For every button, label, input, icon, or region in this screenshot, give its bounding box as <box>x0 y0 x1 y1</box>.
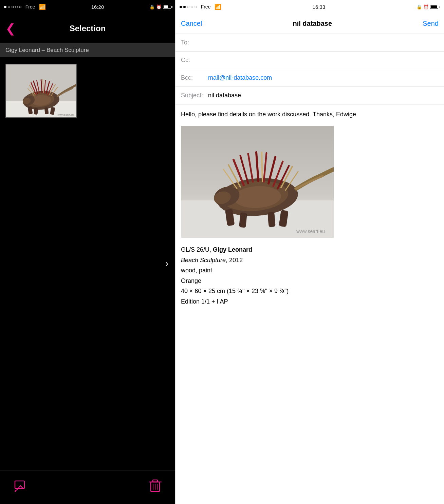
svg-line-24 <box>17 486 20 490</box>
right-status-left: Free 📶 <box>180 4 221 10</box>
artwork-title-year: Beach Sculpture, 2012 <box>181 255 439 266</box>
subject-field[interactable]: Subject: nil database <box>175 87 444 104</box>
signal-dot-2 <box>8 6 10 8</box>
bcc-field[interactable]: Bcc: mail@nil-database.com <box>175 69 444 87</box>
r-signal-dot-5 <box>195 6 197 8</box>
email-body[interactable]: Hello, please find details on the work d… <box>175 104 444 504</box>
battery-fill <box>164 5 168 8</box>
left-time: 16:20 <box>91 4 104 10</box>
svg-rect-40 <box>267 212 276 227</box>
right-time: 16:33 <box>313 4 326 10</box>
artwork-title: Beach Sculpture <box>181 257 226 264</box>
email-sculpture-svg: www.seart.eu <box>181 126 334 238</box>
artwork-subtitle: Gigy Leonard – Beach Sculpture <box>5 47 89 53</box>
cancel-button[interactable]: Cancel <box>181 20 202 27</box>
to-field[interactable]: To: <box>175 34 444 52</box>
svg-line-51 <box>262 152 262 181</box>
r-lock-icon: 🔒 <box>417 4 422 9</box>
bcc-label: Bcc: <box>181 74 208 81</box>
subtitle-bar: Gigy Leonard – Beach Sculpture <box>0 43 175 57</box>
bcc-value[interactable]: mail@nil-database.com <box>208 74 439 81</box>
svg-rect-23 <box>15 481 24 488</box>
delete-button[interactable] <box>149 479 162 496</box>
left-status-left: Free 📶 <box>4 4 46 10</box>
svg-rect-7 <box>44 107 49 114</box>
signal-dot-4 <box>15 6 18 8</box>
battery-icon <box>163 5 171 9</box>
svg-rect-39 <box>239 212 247 228</box>
artwork-dimensions: 40 × 60 × 25 cm (15 ¾" × 23 ⅝" × 9 ⅞") <box>181 286 439 296</box>
r-signal-dot-1 <box>180 6 182 8</box>
sculpture-watermark-left: www.seart.eu <box>57 113 74 116</box>
back-chevron-icon: ❮ <box>5 22 16 35</box>
next-button[interactable]: › <box>165 258 168 269</box>
r-signal-dot-3 <box>187 6 189 8</box>
alarm-icon: ⏰ <box>156 4 162 9</box>
left-status-bar: Free 📶 16:20 🔒 ⏰ <box>0 0 175 14</box>
right-status-right: 🔒 ⏰ <box>417 4 440 9</box>
send-button[interactable]: Send <box>423 20 439 27</box>
back-button[interactable]: ❮ <box>5 22 16 35</box>
artwork-code: GL/S 26/U, <box>181 246 211 253</box>
email-nav-title: nil database <box>293 20 332 27</box>
svg-rect-6 <box>34 108 38 114</box>
sculpture-image-svg: www.seart.eu <box>6 64 76 118</box>
r-wifi-icon: 📶 <box>215 4 221 10</box>
left-panel: Free 📶 16:20 🔒 ⏰ ❮ Selection Gigy Leonar… <box>0 0 175 504</box>
subject-value[interactable]: nil database <box>208 92 439 99</box>
r-battery-fill <box>431 5 437 8</box>
email-watermark-text: www.seart.eu <box>296 229 325 234</box>
signal-dot-5 <box>19 6 21 8</box>
artwork-color: Orange <box>181 276 439 286</box>
r-carrier-label: Free <box>201 4 211 9</box>
svg-line-26 <box>15 490 17 491</box>
artwork-medium: wood, paint <box>181 265 439 276</box>
artwork-area: www.seart.eu › <box>0 57 175 470</box>
artwork-thumbnail[interactable]: www.seart.eu <box>5 64 77 118</box>
signal-dot-3 <box>12 6 14 8</box>
r-alarm-icon: ⏰ <box>423 4 429 9</box>
edit-button[interactable] <box>14 480 26 495</box>
r-signal-dot-2 <box>183 6 186 8</box>
left-toolbar <box>0 470 175 504</box>
left-status-right: 🔒 ⏰ <box>149 4 171 9</box>
email-artwork-image: www.seart.eu <box>181 126 334 238</box>
right-panel: Free 📶 16:33 🔒 ⏰ Cancel nil database Sen… <box>175 0 444 504</box>
artwork-edition: Edition 1/1 + I AP <box>181 296 439 307</box>
cc-label: Cc: <box>181 57 208 64</box>
subject-label: Subject: <box>181 92 208 99</box>
signal-dot-1 <box>4 6 6 8</box>
cc-field[interactable]: Cc: <box>175 52 444 69</box>
lock-icon: 🔒 <box>149 4 155 9</box>
r-battery-icon <box>430 5 438 9</box>
carrier-label: Free <box>25 4 35 9</box>
artwork-details: GL/S 26/U, Gigy Leonard Beach Sculpture,… <box>181 245 439 307</box>
r-signal-dot-4 <box>191 6 193 8</box>
to-label: To: <box>181 39 208 46</box>
svg-rect-29 <box>153 480 158 482</box>
artwork-year: , 2012 <box>226 257 243 264</box>
right-status-bar: Free 📶 16:33 🔒 ⏰ <box>175 0 444 14</box>
artwork-code-artist: GL/S 26/U, Gigy Leonard <box>181 245 439 255</box>
right-nav-bar: Cancel nil database Send <box>175 14 444 34</box>
artwork-artist: Gigy Leonard <box>213 246 252 253</box>
wifi-icon: 📶 <box>39 4 46 10</box>
delete-icon <box>149 479 162 493</box>
body-text: Hello, please find details on the work d… <box>181 110 439 119</box>
edit-icon <box>14 480 26 492</box>
page-title: Selection <box>70 24 106 33</box>
left-nav-bar: ❮ Selection <box>0 14 175 43</box>
